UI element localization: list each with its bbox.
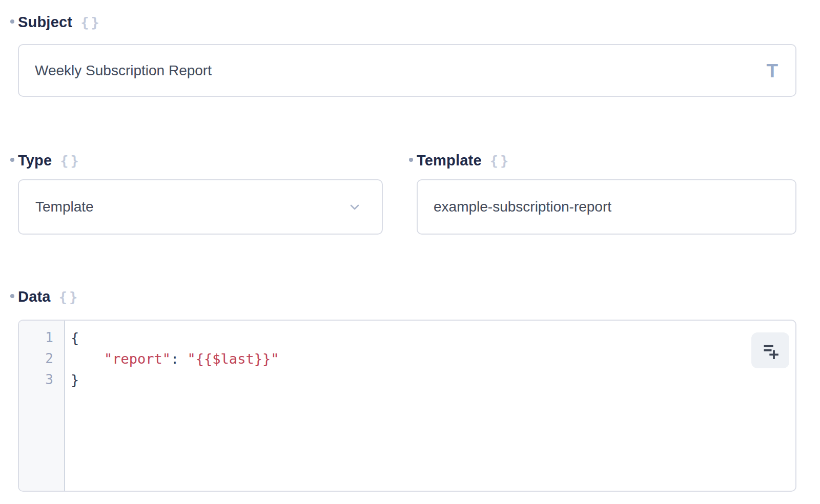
template-label-row: Template {} (417, 152, 796, 169)
line-number: 1 (19, 327, 64, 348)
code-token-string: "{{$last}}" (188, 351, 279, 367)
type-select[interactable]: Template (18, 179, 383, 235)
data-field: Data {} 1 2 3 { "report": "{{$last}}" } (18, 288, 796, 492)
code-line: "report": "{{$last}}" (71, 348, 795, 369)
subject-label: Subject (18, 14, 72, 31)
subject-input-wrap: T (18, 44, 796, 97)
required-dot (10, 19, 14, 24)
data-label-row: Data {} (18, 288, 796, 305)
format-json-button[interactable] (751, 332, 789, 368)
expression-braces-icon[interactable]: {} (80, 14, 101, 30)
code-token-string: "report" (104, 351, 171, 367)
code-token: : (171, 351, 188, 367)
type-selected-value: Template (35, 199, 94, 215)
required-dot (409, 158, 413, 162)
code-line: { (71, 327, 795, 348)
code-content[interactable]: { "report": "{{$last}}" } (65, 321, 795, 491)
expression-braces-icon[interactable]: {} (59, 289, 80, 305)
expression-braces-icon[interactable]: {} (490, 153, 511, 169)
type-field: Type {} Template (18, 152, 383, 235)
data-label: Data (18, 288, 51, 305)
chevron-down-icon (347, 199, 362, 215)
subject-input[interactable] (18, 44, 796, 97)
expression-braces-icon[interactable]: {} (60, 153, 81, 169)
line-number: 3 (19, 369, 64, 390)
node-parameters-panel: Subject {} T Type {} Template (0, 0, 820, 504)
playlist-add-icon (760, 340, 781, 361)
subject-field: Subject {} T (18, 13, 796, 97)
required-dot (10, 158, 14, 162)
code-line: } (71, 369, 795, 390)
template-field: Template {} (417, 152, 796, 235)
type-label: Type (18, 152, 52, 169)
type-label-row: Type {} (18, 152, 383, 169)
line-number: 2 (19, 348, 64, 369)
required-dot (10, 294, 14, 298)
subject-label-row: Subject {} (18, 13, 796, 31)
template-label: Template (417, 152, 482, 169)
text-type-icon[interactable]: T (766, 61, 778, 80)
type-template-row: Type {} Template Template {} (18, 152, 796, 235)
template-input[interactable] (417, 179, 796, 235)
json-code-editor: 1 2 3 { "report": "{{$last}}" } (18, 320, 796, 492)
code-token: { (71, 330, 79, 346)
code-token (71, 351, 104, 367)
line-number-gutter: 1 2 3 (19, 321, 65, 491)
code-token: } (71, 372, 79, 388)
template-input-wrap (417, 179, 796, 235)
